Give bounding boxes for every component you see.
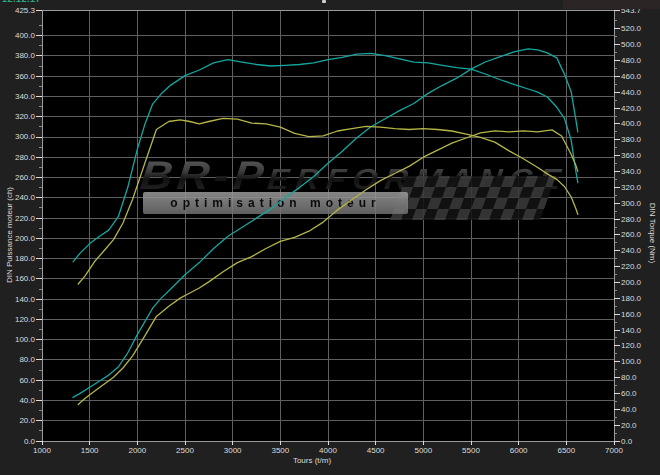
- x-axis-title: Tours (t/m): [293, 456, 331, 465]
- y-left-tick-label: 340.0: [15, 92, 35, 101]
- y-right-tick-label: 120.0: [621, 341, 641, 350]
- y-right-tick-label: 40.0: [621, 405, 637, 414]
- y-left-tick-label: 120.0: [15, 315, 35, 324]
- y-right-tick-label: 360.0: [621, 151, 641, 160]
- y-left-tick-label: 300.0: [15, 132, 35, 141]
- y-right-tick-label: 340.0: [621, 167, 641, 176]
- clipped-title-glyph-fragment: [322, 0, 326, 3]
- x-tick-label: 5500: [462, 446, 480, 455]
- x-tick-label: 1500: [81, 446, 99, 455]
- x-tick-label: 1000: [33, 446, 51, 455]
- y-right-tick-label: 380.0: [621, 135, 641, 144]
- x-tick-label: 2000: [128, 446, 146, 455]
- y-left-tick-label: 380.0: [15, 51, 35, 60]
- y-left-tick-label: 260.0: [15, 173, 35, 182]
- y-right-tick-label: 240.0: [621, 246, 641, 255]
- y-right-tick-label: 420.0: [621, 104, 641, 113]
- x-tick-label: 6000: [510, 446, 528, 455]
- y-right-tick-label: 520.0: [621, 24, 641, 33]
- top-right-strip: [563, 0, 660, 9]
- x-tick-label: 7000: [605, 446, 623, 455]
- y-right-tick-label: 480.0: [621, 56, 641, 65]
- y-left-axis-title: DIN Puissance moteur (ch): [5, 187, 14, 283]
- y-left-tick-label: 425.3: [15, 6, 35, 15]
- dyno-chart-screen: BR-PERFORMANCE optimisation moteur 425.3…: [0, 0, 660, 475]
- y-left-tick-label: 20.0: [19, 416, 35, 425]
- y-left-tick-label: 100.0: [15, 335, 35, 344]
- y-left-tick-label: 280.0: [15, 153, 35, 162]
- clipped-date-fragment: 12.12.17: [2, 0, 41, 4]
- y-right-tick-label: 320.0: [621, 183, 641, 192]
- y-right-tick-label: 60.0: [621, 389, 637, 398]
- y-left-tick-label: 0.0: [24, 437, 35, 446]
- y-right-tick-label: 160.0: [621, 310, 641, 319]
- y-right-tick-label: 100.0: [621, 357, 641, 366]
- x-tick-label: 6500: [557, 446, 575, 455]
- y-right-tick-label: 440.0: [621, 88, 641, 97]
- y-right-tick-label: 300.0: [621, 199, 641, 208]
- y-left-tick-label: 60.0: [19, 376, 35, 385]
- y-left-tick-label: 240.0: [15, 193, 35, 202]
- x-tick-label: 2500: [176, 446, 194, 455]
- y-right-tick-label: 200.0: [621, 278, 641, 287]
- y-left-tick-label: 400.0: [15, 31, 35, 40]
- x-tick-label: 5000: [414, 446, 432, 455]
- x-tick-label: 3500: [271, 446, 289, 455]
- y-left-tick-label: 160.0: [15, 274, 35, 283]
- y-right-tick-label: 260.0: [621, 230, 641, 239]
- y-right-tick-label: 500.0: [621, 40, 641, 49]
- y-left-tick-label: 140.0: [15, 295, 35, 304]
- y-left-tick-label: 360.0: [15, 72, 35, 81]
- y-right-tick-label: 180.0: [621, 294, 641, 303]
- y-left-tick-label: 80.0: [19, 355, 35, 364]
- y-right-axis-title: DIN Torque (Nm): [648, 203, 657, 263]
- y-left-tick-label: 320.0: [15, 112, 35, 121]
- y-right-tick-label: 80.0: [621, 373, 637, 382]
- x-tick-label: 4500: [367, 446, 385, 455]
- y-left-tick-label: 200.0: [15, 234, 35, 243]
- y-right-tick-label: 220.0: [621, 262, 641, 271]
- y-right-tick-label: 20.0: [621, 421, 637, 430]
- y-right-tick-label: 140.0: [621, 326, 641, 335]
- y-right-tick-label: 400.0: [621, 119, 641, 128]
- y-left-tick-label: 220.0: [15, 214, 35, 223]
- tick-labels: 425.3400.0380.0360.0340.0320.0300.0280.0…: [0, 0, 660, 475]
- x-tick-label: 3000: [224, 446, 242, 455]
- x-tick-label: 4000: [319, 446, 337, 455]
- y-left-tick-label: 180.0: [15, 254, 35, 263]
- y-right-tick-label: 0.0: [621, 437, 632, 446]
- y-right-tick-label: 280.0: [621, 215, 641, 224]
- y-right-tick-label: 460.0: [621, 72, 641, 81]
- y-left-tick-label: 40.0: [19, 396, 35, 405]
